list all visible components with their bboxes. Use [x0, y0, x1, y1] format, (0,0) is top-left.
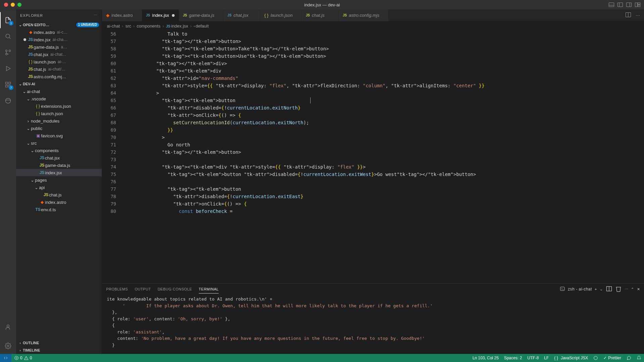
- code-line[interactable]: "tk-tag"><"tk-elem">button: [122, 97, 644, 104]
- open-editor-item[interactable]: { }launch.jsonai-…: [16, 58, 102, 65]
- folder-item[interactable]: ⌄ai-chat: [16, 88, 102, 95]
- maximize-panel-icon[interactable]: ⌃: [631, 287, 634, 291]
- terminal-output[interactable]: ite knowledgeable about topics related t…: [102, 295, 644, 354]
- minimize-window-button[interactable]: [11, 3, 15, 7]
- panel-tab[interactable]: OUTPUT: [135, 285, 151, 293]
- explorer-activity-icon[interactable]: 1: [0, 12, 16, 28]
- maximize-window-button[interactable]: [17, 3, 21, 7]
- status-feedback-icon[interactable]: [624, 356, 634, 360]
- file-item[interactable]: JSchat.jsx: [16, 154, 102, 162]
- folder-item[interactable]: ⌄public: [16, 125, 102, 132]
- code-line[interactable]: "tk-attr">id="nav-commands": [122, 75, 644, 82]
- close-panel-icon[interactable]: ✕: [637, 287, 640, 291]
- panel-tab[interactable]: TERMINAL: [199, 285, 219, 293]
- status-spaces[interactable]: Spaces: 2: [501, 356, 524, 360]
- code-line[interactable]: Go north: [122, 141, 644, 148]
- code-line[interactable]: }}: [122, 126, 644, 134]
- breadcrumb-item[interactable]: JSindex.jsx: [166, 24, 188, 29]
- code-line[interactable]: Talk to: [122, 30, 644, 38]
- status-errors[interactable]: 0 0: [11, 356, 35, 360]
- kill-terminal-icon[interactable]: [615, 285, 622, 293]
- open-editors-header[interactable]: ⌄ OPEN EDITO… 1 unsaved: [16, 21, 102, 29]
- edge-tools-activity-icon[interactable]: [0, 93, 16, 109]
- close-window-button[interactable]: [4, 3, 8, 7]
- editor-tab[interactable]: JSchat.js×: [302, 9, 339, 21]
- settings-activity-icon[interactable]: [0, 338, 16, 354]
- layout-customize-icon[interactable]: [634, 1, 641, 8]
- open-editor-item[interactable]: JSchat.jsxai-chat…: [16, 51, 102, 58]
- file-item[interactable]: ◆index.astro: [16, 198, 102, 206]
- file-item[interactable]: TSenv.d.ts: [16, 206, 102, 213]
- remote-indicator-icon[interactable]: [0, 354, 11, 362]
- open-editor-item[interactable]: JSindex.jsxai-cha…: [16, 36, 102, 43]
- more-actions-icon[interactable]: ⋯: [634, 13, 641, 18]
- status-bell-icon[interactable]: [634, 356, 644, 360]
- status-cursor[interactable]: Ln 103, Col 25: [470, 356, 501, 360]
- status-prettier[interactable]: ✓ Prettier: [601, 356, 624, 360]
- panel-more-icon[interactable]: ⋯: [625, 287, 629, 291]
- extensions-activity-icon[interactable]: 7: [0, 77, 16, 93]
- source-control-activity-icon[interactable]: [0, 44, 16, 60]
- open-editor-item[interactable]: JSchat.jsai-chat/…: [16, 65, 102, 73]
- status-encoding[interactable]: UTF-8: [525, 356, 542, 360]
- code-line[interactable]: "tk-attr">onClick={() => {: [122, 200, 644, 208]
- code-line[interactable]: "tk-tag"></"tk-elem">div>: [122, 60, 644, 67]
- code-line[interactable]: setCurrentLocationId(currentLocation.exi…: [122, 119, 644, 126]
- project-header[interactable]: ⌄ DEV-AI: [16, 80, 102, 88]
- run-debug-activity-icon[interactable]: [0, 60, 16, 77]
- code-line[interactable]: [122, 156, 644, 163]
- terminal-dropdown-icon[interactable]: ⌄: [600, 287, 603, 291]
- breadcrumbs[interactable]: ai-chat›src›components›JSindex.jsx›▫defa…: [102, 21, 644, 30]
- file-item[interactable]: JSindex.jsx: [16, 169, 102, 176]
- status-copilot-icon[interactable]: [591, 356, 601, 360]
- code-line[interactable]: "tk-attr">onClick={() => {: [122, 111, 644, 119]
- terminal-shell-label[interactable]: zsh - ai-chat: [568, 287, 592, 291]
- code-line[interactable]: "tk-attr">disabled={!currentLocation.exi…: [122, 104, 644, 111]
- sidebar-more-icon[interactable]: ⋯: [94, 13, 98, 17]
- sidebar-right-toggle-icon[interactable]: [625, 1, 633, 8]
- file-item[interactable]: { }extensions.json: [16, 102, 102, 110]
- terminal-launch-profile-icon[interactable]: [560, 286, 565, 292]
- breadcrumb-item[interactable]: ▫default: [194, 24, 209, 29]
- status-language[interactable]: { }JavaScript JSX: [552, 356, 591, 360]
- panel-tab[interactable]: DEBUG CONSOLE: [157, 285, 192, 293]
- code-editor[interactable]: 5657585960616263646566676869707172737475…: [102, 30, 644, 283]
- editor-tab[interactable]: JSchat.jsx×: [223, 9, 260, 21]
- folder-item[interactable]: ⌄api: [16, 184, 102, 191]
- editor-tab[interactable]: ◆index.astro×: [102, 9, 142, 21]
- file-item[interactable]: ▣favicon.svg: [16, 132, 102, 139]
- code-line[interactable]: "tk-attr">style={{ "tk-attr">display: "f…: [122, 82, 644, 89]
- code-line[interactable]: "tk-tag"></"tk-elem">button>: [122, 38, 644, 45]
- code-line[interactable]: "tk-tag"><"tk-elem">div "tk-attr">style=…: [122, 163, 644, 171]
- editor-tab[interactable]: JSindex.jsx: [142, 9, 179, 21]
- panel-toggle-icon[interactable]: [608, 1, 615, 8]
- accounts-activity-icon[interactable]: [0, 319, 16, 335]
- breadcrumb-item[interactable]: components: [137, 24, 160, 29]
- editor-tab[interactable]: JSastro.config.mjs×: [339, 9, 388, 21]
- file-item[interactable]: JSgame-data.js: [16, 162, 102, 169]
- outline-header[interactable]: › OUTLINE: [16, 339, 102, 347]
- folder-item[interactable]: ⌄.vscode: [16, 95, 102, 102]
- breadcrumb-item[interactable]: src: [125, 24, 131, 29]
- code-line[interactable]: "tk-tag"></"tk-elem">button>: [122, 148, 644, 156]
- open-editor-item[interactable]: JSgame-data.jsa…: [16, 43, 102, 51]
- sidebar-left-toggle-icon[interactable]: [616, 1, 624, 8]
- code-line[interactable]: >: [122, 89, 644, 97]
- split-terminal-icon[interactable]: [606, 285, 612, 293]
- breadcrumb-item[interactable]: ai-chat: [107, 24, 120, 29]
- status-eol[interactable]: LF: [542, 356, 552, 360]
- code-line[interactable]: "tk-tag"><"tk-elem">div: [122, 67, 644, 75]
- code-line[interactable]: "tk-tag"><"tk-elem">button "tk-attr">dis…: [122, 171, 644, 178]
- code-line[interactable]: "tk-attr">disabled={!currentLocation.exi…: [122, 193, 644, 200]
- file-item[interactable]: { }launch.json: [16, 110, 102, 117]
- code-line[interactable]: "tk-tag"><"tk-elem">button>Take"tk-tag">…: [122, 45, 644, 52]
- code-line[interactable]: >: [122, 134, 644, 141]
- panel-tab[interactable]: PROBLEMS: [106, 285, 128, 293]
- folder-item[interactable]: ›node_modules: [16, 117, 102, 125]
- new-terminal-icon[interactable]: +: [595, 287, 597, 291]
- split-editor-icon[interactable]: [625, 11, 632, 19]
- search-activity-icon[interactable]: [0, 28, 16, 44]
- timeline-header[interactable]: › TIMELINE: [16, 347, 102, 354]
- file-item[interactable]: JSchat.js: [16, 191, 102, 198]
- editor-tab[interactable]: JSgame-data.js×: [179, 9, 224, 21]
